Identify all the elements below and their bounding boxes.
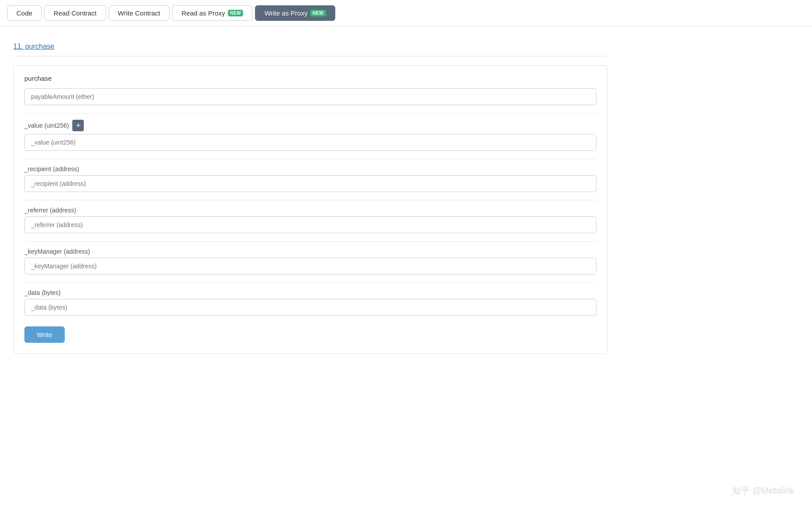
tab-label-read-contract: Read Contract [54, 9, 97, 17]
field-label-data: _data (bytes) [24, 289, 596, 296]
tab-label-write-contract: Write Contract [118, 9, 161, 17]
field-label-text-keyManager: _keyManager (address) [24, 248, 90, 255]
field-input-recipient[interactable] [24, 175, 596, 192]
tab-write-as-proxy[interactable]: Write as ProxyNEW [255, 5, 335, 21]
plus-button-value[interactable]: + [72, 120, 84, 131]
form-container: purchase _value (uint256)+_recipient (ad… [13, 65, 608, 354]
field-label-text-referrer: _referrer (address) [24, 207, 76, 214]
field-input-referrer[interactable] [24, 216, 596, 233]
payable-amount-input[interactable] [24, 88, 596, 105]
tab-new-badge-read-as-proxy: NEW [228, 10, 243, 16]
tab-new-badge-write-as-proxy: NEW [310, 10, 326, 16]
field-label-value: _value (uint256)+ [24, 120, 596, 131]
field-group-keyManager: _keyManager (address) [24, 248, 596, 275]
field-input-keyManager[interactable] [24, 258, 596, 275]
field-group-referrer: _referrer (address) [24, 207, 596, 233]
tab-label-code: Code [16, 9, 32, 17]
field-group-value: _value (uint256)+ [24, 120, 596, 151]
field-label-text-value: _value (uint256) [24, 122, 69, 129]
divider-after-value [24, 159, 596, 159]
field-group-data: _data (bytes) [24, 289, 596, 316]
section-title[interactable]: 11. purchase [13, 35, 608, 56]
tab-code[interactable]: Code [7, 5, 42, 21]
dynamic-fields: _value (uint256)+_recipient (address)_re… [24, 120, 596, 316]
main-content: 11. purchase purchase _value (uint256)+_… [0, 27, 621, 363]
tab-label-write-as-proxy: Write as Proxy [264, 9, 307, 17]
divider-after-keyManager [24, 282, 596, 283]
field-label-text-recipient: _recipient (address) [24, 165, 79, 173]
tab-read-as-proxy[interactable]: Read as ProxyNEW [172, 5, 252, 21]
divider-after-recipient [24, 200, 596, 200]
field-label-recipient: _recipient (address) [24, 165, 596, 173]
field-label-text-data: _data (bytes) [24, 289, 61, 296]
payable-field-group [24, 88, 596, 105]
tab-write-contract[interactable]: Write Contract [109, 5, 170, 21]
field-label-referrer: _referrer (address) [24, 207, 596, 214]
divider-1 [24, 113, 596, 114]
field-input-data[interactable] [24, 299, 596, 316]
write-button[interactable]: Write [24, 326, 65, 343]
tab-read-contract[interactable]: Read Contract [44, 5, 106, 21]
tab-label-read-as-proxy: Read as Proxy [181, 9, 225, 17]
field-input-value[interactable] [24, 134, 596, 151]
form-title: purchase [24, 75, 596, 82]
divider-after-referrer [24, 241, 596, 242]
field-label-keyManager: _keyManager (address) [24, 248, 596, 255]
field-group-recipient: _recipient (address) [24, 165, 596, 192]
tabs-bar: CodeRead ContractWrite ContractRead as P… [0, 0, 812, 27]
